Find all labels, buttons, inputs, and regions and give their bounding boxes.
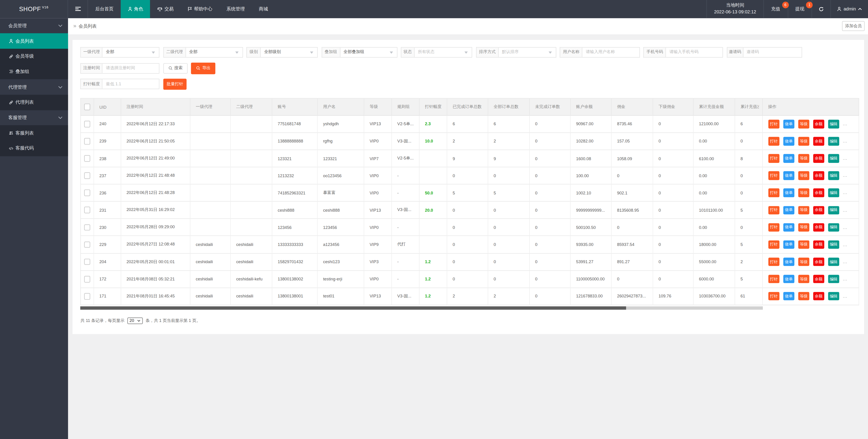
row-checkbox[interactable] [84,259,90,265]
nav-item[interactable]: 系统管理 [219,0,252,18]
op-make-order-button[interactable]: 做单 [783,223,794,232]
op-inject-button[interactable]: 打针 [768,188,780,197]
op-make-order-button[interactable]: 做单 [783,137,794,146]
withdraw-link[interactable]: 提现1 [787,0,811,18]
sidebar-item[interactable]: 客服代码 [0,141,68,156]
filter-select[interactable]: 全部 [102,47,160,57]
op-edit-button[interactable]: 编辑 [828,206,839,214]
nav-item[interactable]: 商城 [252,0,275,18]
page-size-select[interactable]: 20 [127,317,143,324]
nav-item[interactable]: 后台首页 [88,0,121,18]
op-level-button[interactable]: 等级 [798,172,809,180]
nav-item[interactable]: 交易 [150,0,181,18]
sidebar-item[interactable]: 叠加组 [0,64,68,80]
more-actions-link[interactable]: ... [843,294,847,299]
more-actions-link[interactable]: ... [843,191,847,195]
op-make-order-button[interactable]: 做单 [783,275,794,283]
op-make-order-button[interactable]: 做单 [783,188,794,197]
op-inject-button[interactable]: 打针 [768,154,780,163]
sidebar-item[interactable]: 会员等级 [0,49,68,64]
op-balance-button[interactable]: 余额 [813,120,824,128]
filter-select[interactable]: 全部叠加组 [340,47,397,57]
op-make-order-button[interactable]: 做单 [783,206,794,214]
op-make-order-button[interactable]: 做单 [783,120,794,128]
op-inject-button[interactable]: 打针 [768,275,780,283]
op-balance-button[interactable]: 余额 [813,258,824,266]
sidebar-item[interactable]: 代理管理 [0,80,68,95]
op-balance-button[interactable]: 余额 [813,154,824,163]
op-edit-button[interactable]: 编辑 [828,137,839,146]
op-balance-button[interactable]: 余额 [813,240,824,249]
op-balance-button[interactable]: 余额 [813,188,824,197]
more-actions-link[interactable]: ... [843,122,847,126]
row-checkbox[interactable] [84,276,90,283]
op-level-button[interactable]: 等级 [798,275,809,283]
op-edit-button[interactable]: 编辑 [828,154,839,163]
more-actions-link[interactable]: ... [843,208,847,212]
register-time-input[interactable]: 请选择注册时间 [102,63,160,73]
op-make-order-button[interactable]: 做单 [783,154,794,163]
nav-item[interactable]: 帮助中心 [181,0,219,18]
op-inject-button[interactable]: 打针 [768,137,780,146]
horizontal-scrollbar[interactable] [81,307,763,310]
op-level-button[interactable]: 等级 [798,137,809,146]
op-edit-button[interactable]: 编辑 [828,188,839,197]
op-inject-button[interactable]: 打针 [768,206,780,214]
op-balance-button[interactable]: 余额 [813,172,824,180]
op-inject-button[interactable]: 打针 [768,258,780,266]
row-checkbox[interactable] [84,224,90,231]
more-actions-link[interactable]: ... [843,173,847,178]
op-edit-button[interactable]: 编辑 [828,223,839,232]
filter-select[interactable]: 全部 [185,47,243,57]
row-checkbox[interactable] [84,190,90,196]
row-checkbox[interactable] [84,155,90,162]
sidebar-toggle-button[interactable] [68,0,88,18]
user-menu[interactable]: admin [830,0,868,18]
filter-select[interactable]: 所有状态 [414,47,472,57]
filter-input[interactable]: 邀请码 [743,47,802,57]
op-level-button[interactable]: 等级 [798,292,809,301]
op-level-button[interactable]: 等级 [798,206,809,214]
more-actions-link[interactable]: ... [843,225,847,230]
nav-item[interactable]: 角色 [121,0,150,18]
op-edit-button[interactable]: 编辑 [828,172,839,180]
refresh-button[interactable] [811,0,830,18]
op-inject-button[interactable]: 打针 [768,223,780,232]
op-balance-button[interactable]: 余额 [813,275,824,283]
filter-select[interactable]: 全部级别 [260,47,318,57]
op-edit-button[interactable]: 编辑 [828,120,839,128]
filter-input[interactable]: 请输入手机号码 [665,47,723,57]
sidebar-item[interactable]: 会员列表 [0,33,68,49]
select-all-checkbox[interactable] [84,104,90,110]
recharge-link[interactable]: 充值6 [763,0,787,18]
op-balance-button[interactable]: 余额 [813,137,824,146]
op-make-order-button[interactable]: 做单 [783,292,794,301]
sidebar-item[interactable]: 会员管理 [0,18,68,33]
row-checkbox[interactable] [84,241,90,248]
more-actions-link[interactable]: ... [843,139,847,144]
op-level-button[interactable]: 等级 [798,188,809,197]
sidebar-item[interactable]: 客服列表 [0,125,68,141]
op-level-button[interactable]: 等级 [798,120,809,128]
scrollbar-thumb[interactable] [81,307,626,310]
row-checkbox[interactable] [84,207,90,213]
filter-input[interactable]: 请输入用户名称 [582,47,640,57]
op-make-order-button[interactable]: 做单 [783,258,794,266]
op-level-button[interactable]: 等级 [798,154,809,163]
more-actions-link[interactable]: ... [843,259,847,264]
more-actions-link[interactable]: ... [843,156,847,161]
op-edit-button[interactable]: 编辑 [828,258,839,266]
op-edit-button[interactable]: 编辑 [828,240,839,249]
row-checkbox[interactable] [84,121,90,127]
more-actions-link[interactable]: ... [843,276,847,282]
export-button[interactable]: 导出 [191,62,215,74]
more-actions-link[interactable]: ... [843,242,847,247]
search-button[interactable]: 搜索 [163,63,187,73]
batch-inject-button[interactable]: 批量打针 [163,79,187,90]
op-inject-button[interactable]: 打针 [768,292,780,301]
op-level-button[interactable]: 等级 [798,240,809,249]
row-checkbox[interactable] [84,138,90,145]
op-inject-button[interactable]: 打针 [768,172,780,180]
op-edit-button[interactable]: 编辑 [828,292,839,301]
op-inject-button[interactable]: 打针 [768,120,780,128]
